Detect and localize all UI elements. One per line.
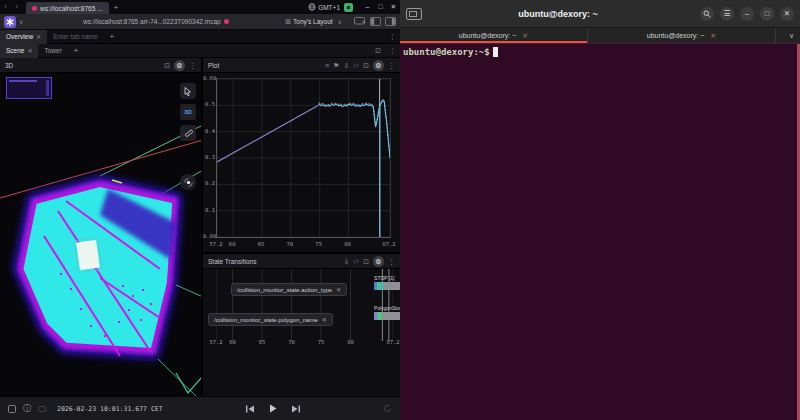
more-icon[interactable]: ⋮ [388,256,395,267]
3d-label: 3D [184,109,192,115]
menu-button[interactable]: ☰ [720,7,734,21]
tab-tower[interactable]: Tower [38,44,67,58]
chevron-down-icon[interactable]: ∨ [776,28,800,43]
scene-3d-canvas[interactable]: 3D [0,73,201,396]
browser-new-tab-button[interactable]: + [114,3,119,12]
x-tick-label: 87.2 [380,241,398,247]
skip-back-button[interactable] [245,405,255,413]
download-icon[interactable]: ⇩ [343,256,349,267]
x-tick-label: 87.2 [384,339,400,345]
fullscreen-icon[interactable]: ⊡ [363,256,369,267]
legend-icon[interactable]: ≡ [325,60,329,71]
playback-timestamp: 2026-02-23 10:01:31.677 CET [57,405,163,413]
plot-area[interactable] [216,78,391,238]
panel-3d-header: 3D ⊡ ⚙ ⋮ [0,58,201,73]
path-curve-teal [176,373,201,393]
terminal-close-button[interactable]: ✕ [780,7,794,21]
robot-footprint [76,240,100,271]
terminal-screen[interactable]: ubuntu@dexory:~$ [400,43,800,420]
state-timeline[interactable]: /collision_monitor_state.action_type ✕ /… [203,269,400,396]
left-sidebar-toggle-icon[interactable] [370,17,381,26]
more-icon[interactable]: ⋮ [189,60,196,71]
more-icon[interactable]: ⋮ [388,60,395,71]
close-icon[interactable]: ✕ [522,32,528,40]
extension-icon[interactable] [344,3,353,12]
y-tick-label: 0.60 [203,75,215,81]
browser-tab[interactable]: ws://localhost:8765 ... [26,2,109,14]
plot-series-canvas [217,79,390,237]
sync-icon[interactable]: ⇄ [353,60,359,71]
close-icon[interactable]: ✕ [322,316,327,323]
camera-icon [184,178,193,187]
tab-unnamed[interactable]: Enter tab name [47,30,103,44]
terminal-tab-2[interactable]: ubuntu@dexory: ~ ✕ [588,28,776,43]
settings-gear-icon[interactable]: ⚙ [373,256,384,267]
play-button[interactable] [269,404,277,413]
cursor-arrow-icon [184,87,192,96]
camera-button[interactable] [180,174,196,190]
settings-gear-icon[interactable]: ⚙ [174,60,185,71]
terminal-tab-1[interactable]: ubuntu@dexory: ~ ✕ [400,28,588,43]
3d-toggle-button[interactable]: 3D [180,104,196,120]
topic-chip-action-type[interactable]: /collision_monitor_state.action_type ✕ [231,283,347,296]
fullscreen-icon[interactable]: ⊡ [371,47,385,55]
sync-icon[interactable]: ⇄ [353,256,359,267]
terminal-headerbar: ubuntu@dexory: ~ ☰ – □ ✕ [400,0,800,28]
scene-toolbar: 3D [180,83,196,190]
measure-button[interactable] [180,125,196,141]
path-line-teal [176,285,201,297]
layout-selector[interactable]: ⊞ Tony's Layout ∨ [285,18,345,26]
state-grid-canvas [216,269,393,341]
browser-tab-title: ws://localhost:8765 ... [40,5,103,12]
panel-3d: 3D ⊡ ⚙ ⋮ [0,58,203,396]
costmap-scene [0,73,201,396]
skip-forward-button[interactable] [291,405,301,413]
close-icon[interactable]: ✕ [36,33,41,40]
select-cursor-button[interactable] [180,83,196,99]
terminal-maximize-button[interactable]: □ [760,7,774,21]
more-icon[interactable]: ⋮ [385,33,400,41]
add-tab-button[interactable]: + [68,46,85,55]
terminal-minimize-button[interactable]: – [740,7,754,21]
terminal-window: ubuntu@dexory: ~ ☰ – □ ✕ ubuntu@dexory: … [400,0,800,420]
browser-maximize-button[interactable]: □ [374,0,387,14]
fullscreen-icon[interactable]: ⊡ [363,60,369,71]
scene-tabbar: Scene ✕ Tower + ⊡ ⋮ [0,44,400,58]
tab-overview[interactable]: Overview ✕ [0,30,47,44]
foxglove-logo[interactable] [4,16,16,28]
playback-bar: ⓘ 2026-02-23 10:01:31.677 CET [0,396,400,420]
x-tick-label: 65 [253,339,271,345]
chevron-down-icon[interactable]: ∨ [19,18,23,25]
add-window-icon[interactable] [354,17,366,26]
window-icon[interactable] [406,8,422,20]
layout-box-icon[interactable] [8,405,16,413]
state-value-label: STOP [1] [374,275,400,281]
topic-chip-polygon-name[interactable]: /collision_monitor_state.polygon_name ✕ [208,313,333,326]
tab-scene[interactable]: Scene ✕ [0,44,38,58]
close-icon[interactable]: ✕ [27,47,32,54]
state-value-label: PolygonStop [374,305,400,311]
info-icon[interactable]: ⓘ [23,403,31,414]
add-tab-button[interactable]: + [104,32,121,41]
browser-minimize-button[interactable]: – [361,0,374,14]
repeat-icon[interactable] [38,405,46,413]
download-icon[interactable]: ⇩ [343,60,349,71]
settings-gear-icon[interactable]: ⚙ [373,60,384,71]
fullscreen-icon[interactable]: ⊡ [164,60,170,71]
browser-close-button[interactable]: ✕ [387,0,400,14]
browser-back-icon[interactable]: ‹ [0,0,11,14]
ruler-icon [184,129,193,138]
close-icon[interactable]: ✕ [710,32,716,40]
browser-forward-icon[interactable]: › [11,0,22,14]
topic-path: /collision_monitor_state.polygon_name [214,317,318,323]
plot-chart[interactable]: 0.000.10.20.30.40.50.60 57.2606570758087… [203,73,400,252]
panel-title: State Transitions [208,258,339,265]
more-icon[interactable]: ⋮ [385,47,400,55]
search-button[interactable] [700,7,714,21]
flag-icon[interactable]: ⚑ [333,60,339,71]
data-source-label: ws://localhost:8765 arr-74...0223T090342… [83,18,221,25]
right-sidebar-toggle-icon[interactable] [385,17,396,26]
close-icon[interactable]: ✕ [336,286,341,293]
timezone-indicator[interactable]: GMT+1 [308,3,340,11]
loop-icon[interactable] [383,404,392,413]
